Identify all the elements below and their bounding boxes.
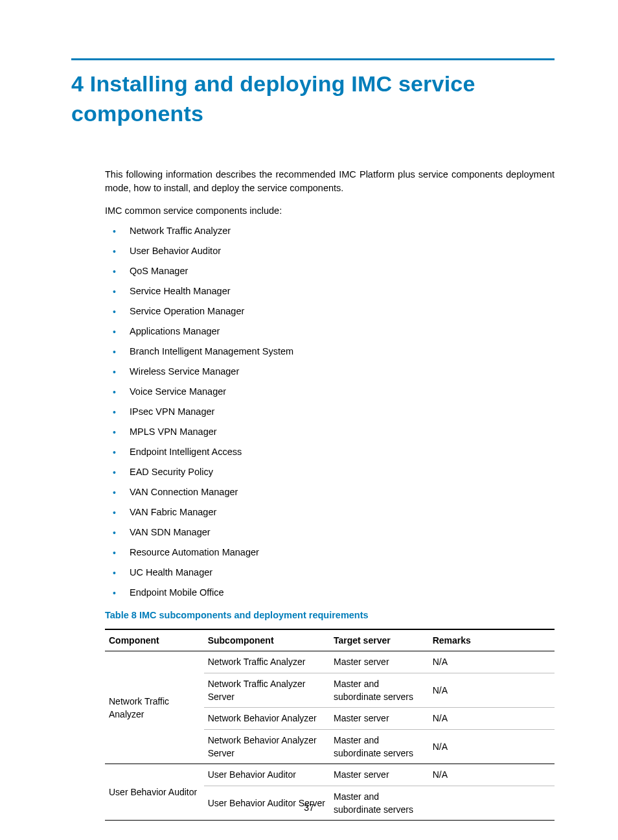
list-item: Resource Automation Manager	[105, 546, 555, 559]
cell-subcomponent: Network Behavior Analyzer	[204, 708, 330, 729]
list-item: UC Health Manager	[105, 566, 555, 579]
document-page: 4 Installing and deploying IMC service c…	[0, 0, 618, 840]
cell-target: Master server	[330, 708, 429, 729]
th-subcomponent: Subcomponent	[204, 629, 330, 651]
table-row: Network Traffic Analyzer Network Traffic…	[105, 651, 555, 673]
components-list: Network Traffic Analyzer User Behavior A…	[105, 224, 555, 600]
list-item: IPsec VPN Manager	[105, 405, 555, 419]
cell-remarks: N/A	[429, 651, 555, 673]
table-header-row: Component Subcomponent Target server Rem…	[105, 629, 555, 651]
list-item: VAN Connection Manager	[105, 485, 555, 499]
list-item: Service Health Manager	[105, 285, 555, 298]
body-content: This following information describes the…	[105, 168, 555, 821]
cell-remarks: N/A	[429, 673, 555, 708]
list-item: Wireless Service Manager	[105, 365, 555, 379]
subcomponents-table: Component Subcomponent Target server Rem…	[105, 629, 555, 821]
top-rule	[71, 58, 555, 60]
list-item: VAN SDN Manager	[105, 526, 555, 539]
list-item: MPLS VPN Manager	[105, 425, 555, 439]
th-remarks: Remarks	[429, 629, 555, 651]
intro-paragraph-2: IMC common service components include:	[105, 204, 555, 218]
cell-target: Master server	[330, 764, 429, 786]
cell-subcomponent: Network Traffic Analyzer	[204, 651, 330, 673]
list-item: Endpoint Mobile Office	[105, 586, 555, 600]
cell-target: Master and subordinate servers	[330, 673, 429, 708]
cell-remarks: N/A	[429, 708, 555, 729]
cell-subcomponent: Network Behavior Analyzer Server	[204, 729, 330, 764]
page-number: 37	[0, 802, 618, 813]
cell-target: Master and subordinate servers	[330, 729, 429, 764]
cell-component: Network Traffic Analyzer	[105, 651, 204, 764]
list-item: Branch Intelligent Management System	[105, 345, 555, 358]
cell-remarks: N/A	[429, 764, 555, 786]
chapter-title: 4 Installing and deploying IMC service c…	[71, 69, 555, 129]
list-item: VAN Fabric Manager	[105, 506, 555, 519]
table-caption: Table 8 IMC subcomponents and deployment…	[105, 609, 555, 622]
cell-remarks: N/A	[429, 729, 555, 764]
list-item: Voice Service Manager	[105, 385, 555, 399]
table-row: User Behavior Auditor User Behavior Audi…	[105, 764, 555, 786]
list-item: EAD Security Policy	[105, 465, 555, 479]
cell-subcomponent: User Behavior Auditor	[204, 764, 330, 786]
list-item: QoS Manager	[105, 264, 555, 278]
list-item: Network Traffic Analyzer	[105, 224, 555, 238]
intro-paragraph-1: This following information describes the…	[105, 168, 555, 195]
list-item: User Behavior Auditor	[105, 244, 555, 258]
list-item: Service Operation Manager	[105, 305, 555, 318]
list-item: Endpoint Intelligent Access	[105, 445, 555, 459]
cell-target: Master server	[330, 651, 429, 673]
cell-subcomponent: Network Traffic Analyzer Server	[204, 673, 330, 708]
th-component: Component	[105, 629, 204, 651]
list-item: Applications Manager	[105, 325, 555, 338]
th-target: Target server	[330, 629, 429, 651]
